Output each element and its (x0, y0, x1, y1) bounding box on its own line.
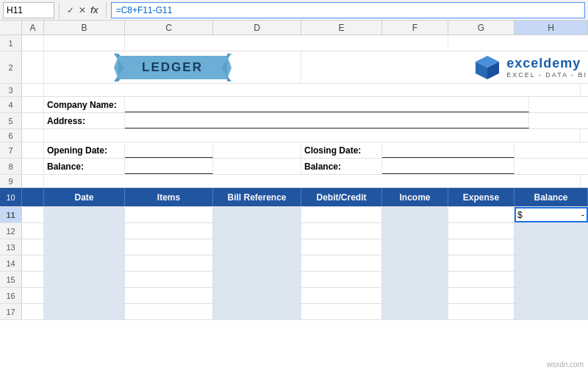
cell-c4-value[interactable] (125, 97, 529, 112)
cell-b7[interactable]: Opening Date: (44, 142, 125, 158)
cell-g16[interactable] (448, 288, 514, 303)
cell-c12[interactable] (125, 223, 213, 239)
cell-c15[interactable] (125, 272, 213, 287)
cell-h16[interactable] (514, 288, 588, 303)
cell-d7[interactable] (213, 142, 301, 158)
cell-b8[interactable]: Balance: (44, 159, 125, 174)
cell-name-box[interactable]: H11 (3, 2, 54, 18)
cell-a12[interactable] (22, 223, 44, 239)
cell-f16[interactable] (382, 288, 448, 303)
cell-d17[interactable] (213, 304, 301, 319)
cell-d8[interactable] (213, 159, 301, 174)
cell-a5[interactable] (22, 113, 44, 128)
cell-f8-value[interactable] (382, 159, 514, 174)
cell-a1[interactable] (22, 35, 44, 51)
cell-f14[interactable] (382, 255, 448, 271)
cell-a14[interactable] (22, 255, 44, 271)
cell-b13[interactable] (44, 239, 125, 255)
cell-e17[interactable] (301, 304, 382, 319)
cell-f13[interactable] (382, 239, 448, 255)
cell-b4[interactable]: Company Name: (44, 97, 125, 112)
col-header-c[interactable]: C (125, 21, 213, 35)
cell-e7[interactable]: Closing Date: (301, 142, 382, 158)
cell-d13[interactable] (213, 239, 301, 255)
cell-a11[interactable] (22, 207, 44, 222)
cell-a2[interactable] (22, 51, 44, 83)
cell-a15[interactable] (22, 272, 44, 287)
cell-f11[interactable] (382, 207, 448, 222)
cell-d12[interactable] (213, 223, 301, 239)
cell-f17[interactable] (382, 304, 448, 319)
cell-e2-logo[interactable]: exceldemy EXCEL - DATA - BI (301, 51, 588, 83)
cell-e16[interactable] (301, 288, 382, 303)
cell-c1-merged[interactable] (125, 35, 448, 51)
cell-b5[interactable]: Address: (44, 113, 125, 128)
cell-h12[interactable] (514, 223, 588, 239)
cell-a9[interactable] (22, 175, 44, 187)
cell-a7[interactable] (22, 142, 44, 158)
col-header-f[interactable]: F (382, 21, 448, 35)
cell-b12[interactable] (44, 223, 125, 239)
col-header-a[interactable]: A (22, 21, 44, 35)
cell-e12[interactable] (301, 223, 382, 239)
cell-g11[interactable] (448, 207, 514, 222)
cell-c5-value[interactable] (125, 113, 529, 128)
cell-e15[interactable] (301, 272, 382, 287)
cell-d16[interactable] (213, 288, 301, 303)
cell-f15[interactable] (382, 272, 448, 287)
cell-c13[interactable] (125, 239, 213, 255)
cell-e13[interactable] (301, 239, 382, 255)
cell-h11[interactable]: $ - (514, 207, 588, 222)
cell-f12[interactable] (382, 223, 448, 239)
cell-h17[interactable] (514, 304, 588, 319)
fx-icon[interactable]: fx (90, 5, 98, 15)
cell-b3-merged[interactable] (44, 84, 581, 96)
cell-f7-value[interactable] (382, 142, 514, 158)
cell-h13[interactable] (514, 239, 588, 255)
cell-g13[interactable] (448, 239, 514, 255)
cell-c7[interactable] (125, 142, 213, 158)
formula-input[interactable]: =C8+F11-G11 (111, 2, 585, 18)
cell-g15[interactable] (448, 272, 514, 287)
cell-b6-merged[interactable] (44, 129, 581, 142)
cell-g17[interactable] (448, 304, 514, 319)
cell-e8[interactable]: Balance: (301, 159, 382, 174)
cancel-icon[interactable]: ✕ (79, 5, 86, 15)
cell-b14[interactable] (44, 255, 125, 271)
cell-c8[interactable] (125, 159, 213, 174)
cell-c16[interactable] (125, 288, 213, 303)
col-header-b[interactable]: B (44, 21, 125, 35)
cell-a8[interactable] (22, 159, 44, 174)
cell-a13[interactable] (22, 239, 44, 255)
cell-a3[interactable] (22, 84, 44, 96)
cell-f1-merged[interactable] (448, 35, 588, 51)
cell-a16[interactable] (22, 288, 44, 303)
cell-h15[interactable] (514, 272, 588, 287)
col-header-g[interactable]: G (448, 21, 514, 35)
cell-d15[interactable] (213, 272, 301, 287)
cell-a6[interactable] (22, 129, 44, 142)
col-header-e[interactable]: E (301, 21, 382, 35)
cell-b1[interactable] (44, 35, 125, 51)
cell-a4[interactable] (22, 97, 44, 112)
cell-b2-ledger[interactable]: LEDGER (44, 51, 301, 83)
cell-c11[interactable] (125, 207, 213, 222)
checkmark-icon[interactable]: ✓ (67, 5, 74, 15)
cell-b16[interactable] (44, 288, 125, 303)
cell-c14[interactable] (125, 255, 213, 271)
cell-b17[interactable] (44, 304, 125, 319)
cell-c17[interactable] (125, 304, 213, 319)
cell-b9-merged[interactable] (44, 175, 581, 187)
col-header-d[interactable]: D (213, 21, 301, 35)
cell-e11[interactable] (301, 207, 382, 222)
cell-h14[interactable] (514, 255, 588, 271)
cell-g12[interactable] (448, 223, 514, 239)
cell-g14[interactable] (448, 255, 514, 271)
cell-d11[interactable] (213, 207, 301, 222)
cell-a17[interactable] (22, 304, 44, 319)
col-header-h[interactable]: H (514, 21, 588, 35)
cell-e14[interactable] (301, 255, 382, 271)
cell-b11[interactable] (44, 207, 125, 222)
cell-b15[interactable] (44, 272, 125, 287)
cell-d14[interactable] (213, 255, 301, 271)
